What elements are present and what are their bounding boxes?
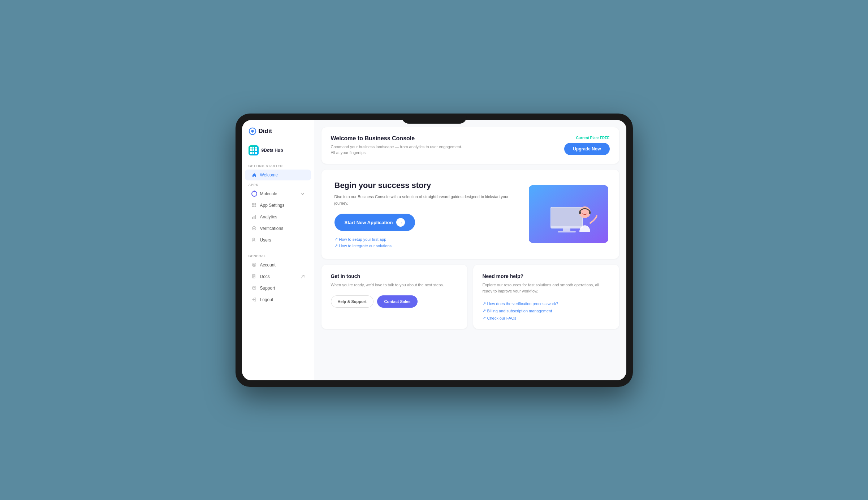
success-image [529,185,608,243]
help-support-button[interactable]: Help & Support [331,295,373,308]
need-help-title: Need more help? [483,273,610,279]
tablet-screen: Didit 9Dots Hub GETTING STARTED [242,120,626,380]
start-btn-label: Start New Application [345,220,393,225]
external-link-icon [301,275,305,278]
sidebar-welcome-label: Welcome [260,172,278,178]
svg-rect-8 [255,215,256,219]
plan-label: Current Plan: [576,136,599,140]
help-links: ↗ How does the verification process work… [483,301,610,320]
svg-point-12 [254,264,255,266]
svg-rect-7 [254,216,255,219]
svg-rect-18 [551,208,582,226]
welcome-card: Welcome to Business Console Command your… [321,127,619,164]
link-verification-text: How does the verification process work? [487,302,558,306]
welcome-icon [251,172,257,178]
link2-text: How to integrate our solutions [339,244,392,248]
svg-rect-23 [589,211,591,214]
svg-point-9 [252,227,256,230]
analytics-icon [251,214,257,220]
verifications-icon [251,226,257,231]
logo: Didit [242,127,314,142]
sidebar-item-welcome[interactable]: Welcome [245,170,311,180]
svg-point-1 [251,130,254,132]
need-help-desc: Explore our resources for fast solutions… [483,282,610,294]
sidebar-item-logout[interactable]: Logout [245,294,311,305]
didit-logo-icon [249,127,256,135]
success-card: Begin your success story Dive into our B… [321,170,619,259]
success-desc: Dive into our Business Console with a se… [334,194,522,206]
main-content: Welcome to Business Console Command your… [314,120,626,380]
success-links: ↗ How to setup your first app ↗ How to i… [334,237,522,248]
get-in-touch-card: Get in touch When you're ready, we'd lov… [321,265,467,329]
sidebar-item-docs[interactable]: Docs [245,271,311,282]
workspace-name: 9Dots Hub [262,148,283,153]
get-in-touch-title: Get in touch [331,273,458,279]
svg-rect-3 [255,203,256,205]
tablet-frame: Didit 9Dots Hub GETTING STARTED [236,114,633,387]
logout-icon [251,297,257,303]
link-setup-first-app[interactable]: ↗ How to setup your first app [334,237,522,242]
logout-label: Logout [260,297,273,302]
get-in-touch-desc: When you're ready, we'd love to talk to … [331,282,458,288]
molecule-icon [251,191,257,197]
bottom-row: Get in touch When you're ready, we'd lov… [321,265,619,329]
upgrade-button[interactable]: Upgrade Now [564,143,609,155]
workspace-icon [249,145,259,155]
sidebar-item-app-settings[interactable]: App Settings [245,200,311,211]
sidebar-item-users[interactable]: Users [245,235,311,245]
sidebar-item-analytics[interactable]: Analytics [245,211,311,222]
support-label: Support [260,286,275,291]
svg-rect-20 [558,231,576,232]
docs-label: Docs [260,274,270,279]
welcome-desc-line2: All at your fingertips. [331,150,462,156]
svg-rect-5 [255,206,256,208]
getting-started-label: GETTING STARTED [242,162,314,169]
workspace-item[interactable]: 9Dots Hub [242,142,314,158]
tablet-notch [402,114,467,124]
sidebar-item-verifications[interactable]: Verifications [245,223,311,234]
link-faq-text: Check our FAQs [487,316,517,320]
contact-buttons: Help & Support Contact Sales [331,295,458,308]
svg-point-15 [254,289,254,289]
arrow-icon-b: ↗ [483,308,486,313]
contact-sales-button[interactable]: Contact Sales [377,295,418,308]
need-help-card: Need more help? Explore our resources fo… [473,265,619,329]
chevron-down-icon [301,192,305,196]
sidebar-item-support[interactable]: Support [245,283,311,294]
arrow-icon-f: ↗ [483,316,486,320]
apps-label: APPS [242,181,314,188]
sidebar: Didit 9Dots Hub GETTING STARTED [242,120,314,380]
current-plan: Current Plan: FREE [576,136,610,140]
link-billing-text: Billing and subscription management [487,309,552,313]
help-link-billing[interactable]: ↗ Billing and subscription management [483,308,610,313]
sidebar-divider [249,249,307,249]
app-settings-icon [251,202,257,208]
support-icon [251,285,257,291]
welcome-desc-line1: Command your business landscape — from a… [331,144,462,150]
success-content: Begin your success story Dive into our B… [334,180,522,248]
account-label: Account [260,262,276,268]
welcome-title: Welcome to Business Console [331,135,462,142]
app-settings-label: App Settings [260,203,285,208]
welcome-text: Welcome to Business Console Command your… [331,135,462,156]
svg-rect-4 [252,206,254,208]
start-new-application-button[interactable]: Start New Application → [334,214,415,231]
app-dropdown[interactable]: Molecule [245,188,311,199]
help-link-verification[interactable]: ↗ How does the verification process work… [483,301,610,306]
help-link-faq[interactable]: ↗ Check our FAQs [483,316,610,320]
sidebar-item-account[interactable]: Account [245,260,311,270]
verifications-label: Verifications [260,226,284,231]
docs-icon [251,274,257,279]
arrow-icon-v: ↗ [483,301,486,306]
plan-value: FREE [600,136,610,140]
arrow-circle-icon: → [396,218,405,227]
svg-rect-19 [563,228,570,231]
analytics-label: Analytics [260,214,277,219]
svg-rect-2 [252,203,254,205]
link1-text: How to setup your first app [339,237,387,242]
app-name: Molecule [260,191,277,196]
success-illustration [529,185,608,243]
link-integrate-solutions[interactable]: ↗ How to integrate our solutions [334,243,522,248]
svg-rect-22 [579,211,581,214]
users-icon [251,237,257,243]
